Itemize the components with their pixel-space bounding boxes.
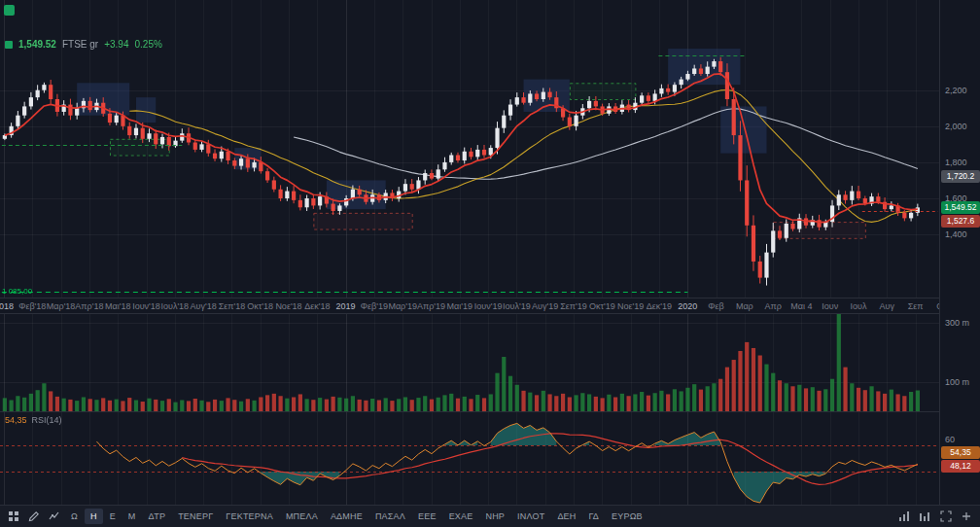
bottom-toolbar: ΩΗΕΜΔΤΡΤΕΝΕΡΓΓΕΚΤΕΡΝΑΜΠΕΛΑΑΔΜΗΕΠΑΣΑΛΕΕΕΕ… xyxy=(0,505,980,527)
time-tick-label: Απρ xyxy=(764,301,781,311)
trading-platform-window: 1,549.52 FTSE gr +3.94 0.25% 54,35 RSI(1… xyxy=(0,0,980,527)
time-tick-label: Σεπ'18 xyxy=(219,301,246,311)
rsi-indicator-name: RSI(14) xyxy=(32,415,62,425)
time-tick-label: Αυγ xyxy=(880,301,894,311)
time-tick-label: Σεπ xyxy=(908,301,924,311)
signal-bars-icon[interactable] xyxy=(895,509,915,525)
toolbar-item-ω[interactable]: Ω xyxy=(65,509,84,524)
ma-slow-value-badge: 1,720.2 xyxy=(941,170,980,183)
time-tick-label: Ιουλ'18 xyxy=(160,301,189,311)
toolbar-item-εχαε[interactable]: ΕΧΑΕ xyxy=(443,509,479,524)
time-tick-label: Δεκ'19 xyxy=(647,301,672,311)
toolbar-item-εεε[interactable]: ΕΕΕ xyxy=(412,509,442,524)
time-tick-label: Φεβ'18 xyxy=(18,301,46,311)
time-tick-label: Αυγ'19 xyxy=(532,301,558,311)
toolbar-item-μ[interactable]: Μ xyxy=(122,509,142,524)
time-tick-label: Ιουλ'19 xyxy=(503,301,531,311)
price-tick-label: 1,800 xyxy=(945,158,967,167)
last-price-badge: 1,549.52 xyxy=(941,201,980,214)
time-tick-label: Ιουν'18 xyxy=(132,301,160,311)
toolbar-item-ε[interactable]: Ε xyxy=(104,509,122,524)
plus-icon[interactable] xyxy=(957,509,976,525)
time-tick-label: Μαι'19 xyxy=(447,301,472,311)
toolbar-item-ευρωβ[interactable]: ΕΥΡΩΒ xyxy=(606,509,648,524)
rsi-band-label: 60 xyxy=(945,435,955,444)
time-tick-label: Φεβ xyxy=(708,301,723,311)
toolbar-item-δτρ[interactable]: ΔΤΡ xyxy=(143,509,172,524)
time-tick-label: Ιουν xyxy=(822,301,838,311)
grid-menu-icon[interactable] xyxy=(4,509,23,525)
time-tick-label: Απρ'18 xyxy=(75,301,103,311)
toolbar-item-μπελα[interactable]: ΜΠΕΛΑ xyxy=(280,509,324,524)
rsi-current-value: 54,35 xyxy=(5,415,27,425)
legend-chip-icon xyxy=(5,41,13,49)
time-tick-label: 2020 xyxy=(678,301,697,311)
time-axis[interactable]: 2018Φεβ'18Μαρ'18Απρ'18Μαι'18Ιουν'18Ιουλ'… xyxy=(0,298,980,314)
toolbar-item-νηρ[interactable]: ΝΗΡ xyxy=(479,509,510,524)
chart-canvas[interactable] xyxy=(0,0,980,505)
rsi-legend[interactable]: 54,35 RSI(14) xyxy=(5,415,62,425)
toolbar-item-γδ[interactable]: ΓΔ xyxy=(583,509,606,524)
time-tick-label: Φεβ'19 xyxy=(361,301,388,311)
time-tick-label: Μαρ xyxy=(736,301,753,311)
time-tick-label: Αυγ'18 xyxy=(191,301,217,311)
time-tick-label: Μαι 4 xyxy=(790,301,812,311)
app-logo-icon[interactable] xyxy=(4,5,15,16)
legend-last-price: 1,549.52 xyxy=(18,39,56,50)
time-tick-label: Νοε'19 xyxy=(617,301,644,311)
time-tick-label: Ιουν'19 xyxy=(474,301,503,311)
toolbar-item-ινλοτ[interactable]: ΙΝΛΟΤ xyxy=(511,509,550,524)
toolbar-item-γεκτερνα[interactable]: ΓΕΚΤΕΡΝΑ xyxy=(220,509,279,524)
price-tick-label: 2,200 xyxy=(945,86,967,95)
toolbar-item-η[interactable]: Η xyxy=(85,509,103,524)
toolbar-item-τενεργ[interactable]: ΤΕΝΕΡΓ xyxy=(172,509,219,524)
time-tick-label: Δεκ'18 xyxy=(304,301,330,311)
time-tick-label: Μαρ'18 xyxy=(47,301,76,311)
histogram-icon[interactable] xyxy=(916,509,935,525)
time-tick-label: 2018 xyxy=(0,301,14,311)
rsi-ma-badge: 48,12 xyxy=(941,460,980,473)
symbol-legend[interactable]: 1,549.52 FTSE gr +3.94 0.25% xyxy=(5,39,162,50)
legend-change-pct: 0.25% xyxy=(134,39,161,50)
time-tick-label: 2019 xyxy=(336,301,356,311)
indicators-icon[interactable] xyxy=(45,509,64,525)
time-tick-label: Νοε'18 xyxy=(275,301,301,311)
toolbar-item-δεη[interactable]: ΔΕΗ xyxy=(551,509,581,524)
legend-change: +3.94 xyxy=(104,39,128,50)
time-tick-label: Οκτ'19 xyxy=(589,301,615,311)
toolbar-item-πασαλ[interactable]: ΠΑΣΑΛ xyxy=(369,509,411,524)
time-tick-label: Οκτ'18 xyxy=(247,301,273,311)
toolbar-item-αδμηε[interactable]: ΑΔΜΗΕ xyxy=(325,509,368,524)
price-axis[interactable]: 2,2002,0001,8001,6001,400300 m100 m60401… xyxy=(939,0,980,505)
time-tick-label: Μαρ'19 xyxy=(388,301,417,311)
time-tick-label: Μαι'18 xyxy=(105,301,130,311)
pencil-icon[interactable] xyxy=(24,509,44,525)
maximize-icon[interactable] xyxy=(936,509,956,525)
time-tick-label: Σεπ'19 xyxy=(560,301,587,311)
rsi-value-badge: 54,35 xyxy=(941,446,980,459)
level-line-label: 1 085,00 xyxy=(2,287,32,296)
legend-symbol: FTSE gr xyxy=(62,39,98,50)
price-tick-label: 2,000 xyxy=(945,122,967,131)
time-tick-label: Απρ'19 xyxy=(417,301,445,311)
volume-tick-label: 100 m xyxy=(945,377,969,387)
price-tick-label: 1,400 xyxy=(945,229,967,239)
volume-tick-label: 300 m xyxy=(945,318,969,328)
time-tick-label: Ιουλ xyxy=(851,301,867,311)
ma-fast-value-badge: 1,527.6 xyxy=(941,215,980,228)
